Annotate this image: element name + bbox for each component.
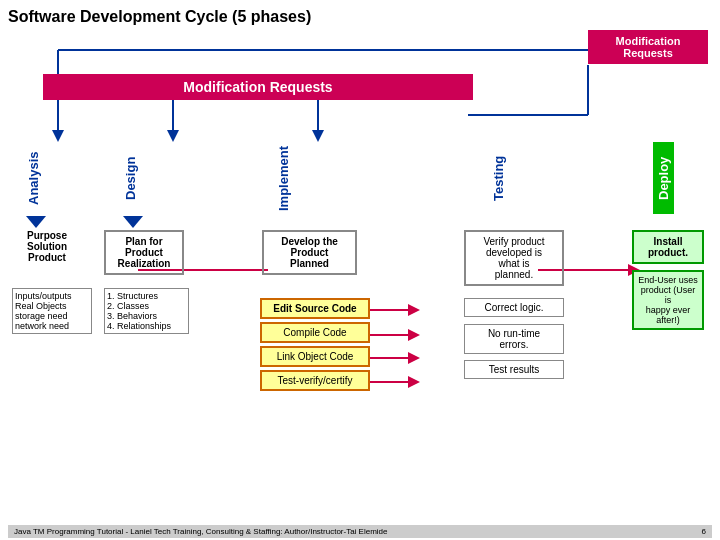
diagram-area: Modification Requests Modification Reque… bbox=[8, 30, 708, 490]
enduser-box: End-User uses product (User is happy eve… bbox=[632, 270, 704, 330]
mod-top-line2: Requests bbox=[596, 47, 700, 59]
test-results-box: Test results bbox=[464, 360, 564, 379]
no-runtime-box: No run-time errors. bbox=[464, 324, 564, 354]
mod-requests-banner: Modification Requests bbox=[43, 74, 473, 100]
design-plan-box: Plan for Product Realization bbox=[104, 230, 184, 275]
correct-logic-box: Correct logic. bbox=[464, 298, 564, 317]
test-verify-box: Test-verify/certify bbox=[260, 370, 370, 391]
page: Software Development Cycle (5 phases) bbox=[0, 0, 720, 540]
footer-text: Java TM Programming Tutorial - Laniel Te… bbox=[14, 527, 388, 536]
install-product-box: Install product. bbox=[632, 230, 704, 264]
footer: Java TM Programming Tutorial - Laniel Te… bbox=[8, 525, 712, 538]
phase-deploy-label: Deploy bbox=[653, 142, 674, 214]
main-title: Software Development Cycle (5 phases) bbox=[8, 8, 712, 26]
darrow-analysis bbox=[26, 216, 46, 228]
svg-marker-15 bbox=[408, 352, 420, 364]
svg-marker-11 bbox=[408, 304, 420, 316]
analysis-list: Inputs/outputs Real Objects storage need… bbox=[12, 288, 92, 334]
compile-code-box: Compile Code bbox=[260, 322, 370, 343]
svg-marker-13 bbox=[408, 329, 420, 341]
phase-implement-label: Implement bbox=[276, 142, 291, 214]
phase-analysis-label: Analysis bbox=[26, 142, 41, 214]
phase-testing-label: Testing bbox=[491, 142, 506, 214]
footer-page: 6 bbox=[702, 527, 706, 536]
svg-marker-8 bbox=[312, 130, 324, 142]
phase-design-label: Design bbox=[123, 142, 138, 214]
svg-marker-2 bbox=[52, 130, 64, 142]
implement-develop-box: Develop the Product Planned bbox=[262, 230, 357, 275]
link-object-code-box: Link Object Code bbox=[260, 346, 370, 367]
svg-marker-6 bbox=[167, 130, 179, 142]
darrow-design bbox=[123, 216, 143, 228]
analysis-purpose: Purpose Solution Product bbox=[12, 230, 82, 263]
svg-marker-17 bbox=[408, 376, 420, 388]
design-items-list: 1. Structures 2. Classes 3. Behaviors 4.… bbox=[104, 288, 189, 334]
mod-top-line1: Modification bbox=[596, 35, 700, 47]
mod-requests-top-box: Modification Requests bbox=[588, 30, 708, 64]
testing-verify-box: Verify product developed is what is plan… bbox=[464, 230, 564, 286]
edit-source-code-box: Edit Source Code bbox=[260, 298, 370, 319]
